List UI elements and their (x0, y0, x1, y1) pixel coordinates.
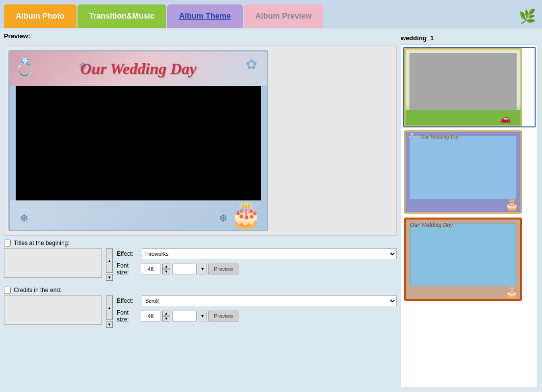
tab-transition-music[interactable]: Transition&Music (77, 4, 166, 28)
main-content: Preview: 💍 ❄ Our Wedding Day ✿ ❄ ❄ 🎂 (0, 28, 542, 392)
flower-icon: 🌿 (516, 5, 538, 27)
rings-icon-2: 💍 (408, 133, 416, 141)
credits-checkbox-label[interactable]: Credits in the end: (4, 287, 397, 294)
theme-3-inner (410, 223, 516, 286)
credits-effect-label: Effect: (117, 297, 139, 304)
credits-preview-btn[interactable]: Preview (208, 311, 238, 321)
tab-album-preview[interactable]: Album Preview (244, 4, 324, 28)
car-icon: 🚗 (500, 113, 511, 124)
titles-effect-select[interactable]: Fireworks Scroll Fade (142, 248, 397, 259)
titles-font-size-row: Fontsize: ▲ ▼ ▼ Preview (117, 262, 397, 276)
titles-font-size-arrows: ▲ ▼ (162, 264, 170, 274)
credits-font-color-arrow[interactable]: ▼ (199, 311, 206, 321)
credits-row: ▲ ▼ Effect: Scroll Fireworks Fade (4, 295, 397, 328)
theme-preview-wedding: 💍 Our Wedding Day 🎂 (404, 130, 522, 214)
credits-font-color-box[interactable] (172, 311, 197, 321)
theme-preview-red: Our Wedding Day 🎂 (404, 218, 522, 301)
wedding-title-overlay: Our Wedding Day (420, 134, 460, 140)
theme-preview-nature: 🚗 (404, 48, 522, 126)
credits-font-size-arrows: ▲ ▼ (162, 311, 170, 321)
credits-textarea[interactable] (4, 295, 102, 325)
tab-album-theme[interactable]: Album Theme (167, 4, 243, 28)
flower-icon-right: ✿ (246, 56, 257, 73)
tab-album-photo[interactable]: Album Photo (4, 4, 77, 28)
controls-area: Titles at the begining: ▲ ▼ Effect: Fire… (4, 240, 397, 388)
credits-font-size-up[interactable]: ▲ (162, 311, 170, 316)
left-panel: Preview: 💍 ❄ Our Wedding Day ✿ ❄ ❄ 🎂 (4, 32, 397, 388)
cake-icon-3: 🎂 (506, 286, 518, 298)
theme-1-inner (410, 53, 516, 111)
wedding-title: Our Wedding Day (80, 60, 196, 78)
titles-font-size-down[interactable]: ▼ (162, 269, 170, 274)
credits-font-size-input[interactable] (141, 311, 160, 321)
credits-section: Credits in the end: ▲ ▼ Effect: Scroll F (4, 287, 397, 328)
titles-scroll-up[interactable]: ▲ (106, 248, 113, 273)
tab-album-preview-label: Album Preview (256, 12, 312, 21)
theme-item-2[interactable]: 💍 Our Wedding Day 🎂 (403, 129, 536, 215)
titles-font-color-arrow[interactable]: ▼ (199, 264, 206, 274)
wedding-footer: ❄ ❄ 🎂 (10, 200, 267, 230)
preview-label: Preview: (4, 32, 397, 40)
titles-effect-row: Effect: Fireworks Scroll Fade (117, 248, 397, 259)
wedding-title-3: Our Wedding Day (410, 221, 453, 229)
credits-scroll-down[interactable]: ▼ (106, 321, 113, 328)
titles-font-size-label: Fontsize: (117, 262, 139, 276)
titles-row: ▲ ▼ Effect: Fireworks Scroll Fade (4, 248, 397, 281)
credits-effect-row: Effect: Scroll Fireworks Fade (117, 295, 397, 306)
tab-bar: Album Photo Transition&Music Album Theme… (0, 0, 542, 28)
titles-textarea[interactable] (4, 248, 102, 278)
credits-scroll-up[interactable]: ▲ (106, 295, 113, 320)
theme-item-1[interactable]: 🚗 (403, 47, 536, 127)
titles-font-size-input[interactable] (141, 264, 160, 274)
tab-album-theme-label: Album Theme (179, 12, 231, 21)
right-panel: wedding_1 🚗 💍 Our Wedding Day 🎂 (401, 32, 538, 388)
titles-font-size-up[interactable]: ▲ (162, 264, 170, 269)
titles-preview-btn[interactable]: Preview (208, 264, 238, 274)
cake-icon-2: 🎂 (505, 198, 518, 211)
credits-checkbox[interactable] (4, 287, 11, 294)
credits-effect-controls: Effect: Scroll Fireworks Fade Fontsize: (117, 295, 397, 323)
wedding-frame: 💍 ❄ Our Wedding Day ✿ ❄ ❄ 🎂 (8, 50, 268, 231)
snowflake-footer-right: ❄ (219, 212, 228, 225)
theme-title: wedding_1 (401, 32, 538, 45)
titles-section: Titles at the begining: ▲ ▼ Effect: Fire… (4, 240, 397, 281)
credits-font-size-row: Fontsize: ▲ ▼ ▼ Preview (117, 309, 397, 323)
theme-item-3[interactable]: Our Wedding Day 🎂 (403, 217, 536, 302)
theme-list[interactable]: 🚗 💍 Our Wedding Day 🎂 Our Wedding Day 🎂 (401, 45, 538, 388)
titles-effect-controls: Effect: Fireworks Scroll Fade Fontsize: (117, 248, 397, 276)
titles-font-color-box[interactable] (172, 264, 197, 274)
titles-scroll-down[interactable]: ▼ (106, 274, 113, 281)
rings-icon: 💍 (14, 57, 36, 78)
credits-effect-select[interactable]: Scroll Fireworks Fade (142, 295, 397, 306)
wedding-header: 💍 ❄ Our Wedding Day ✿ (10, 51, 267, 86)
snowflake-footer-left: ❄ (20, 212, 28, 225)
cake-icon: 🎂 (230, 200, 262, 230)
theme-2-inner (410, 136, 516, 199)
credits-font-size-down[interactable]: ▼ (162, 316, 170, 321)
titles-effect-label: Effect: (117, 250, 139, 257)
video-area (16, 86, 261, 200)
credits-font-size-label: Fontsize: (117, 309, 139, 323)
tab-transition-label: Transition&Music (89, 12, 155, 21)
titles-label: Titles at the begining: (14, 240, 70, 246)
titles-checkbox-label[interactable]: Titles at the begining: (4, 240, 397, 246)
tab-album-photo-label: Album Photo (16, 12, 65, 21)
titles-checkbox[interactable] (4, 240, 11, 246)
credits-label: Credits in the end: (14, 287, 61, 294)
preview-area: 💍 ❄ Our Wedding Day ✿ ❄ ❄ 🎂 (4, 46, 397, 236)
